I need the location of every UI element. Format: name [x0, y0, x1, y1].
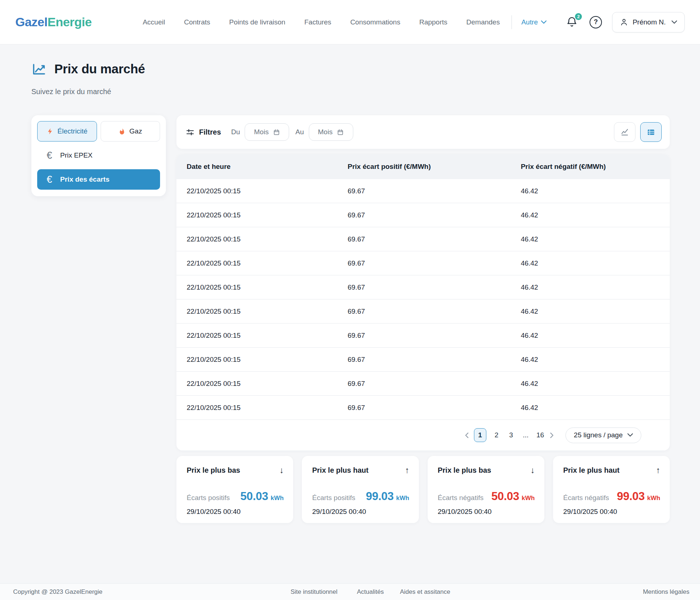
- pagination-page[interactable]: ...: [518, 429, 533, 442]
- notifications-button[interactable]: 2: [564, 15, 579, 30]
- line-chart-icon: [31, 61, 46, 76]
- cell-datetime: 22/10/2025 00:15: [176, 404, 347, 412]
- cell-datetime: 22/10/2025 00:15: [176, 356, 347, 364]
- column-header-date: Date et heure: [176, 163, 347, 171]
- nav-item[interactable]: Points de livraison: [229, 18, 285, 26]
- footer-link-mentions-legales[interactable]: Mentions légales: [643, 588, 689, 596]
- logo[interactable]: GazelEnergie: [15, 15, 92, 29]
- date-to-value: Mois: [318, 128, 332, 136]
- pagination-prev-button[interactable]: [463, 430, 471, 441]
- table-row: 22/10/2025 00:15 69.67 46.42: [176, 299, 670, 324]
- footer-link-aides[interactable]: Aides et assitance: [400, 588, 450, 596]
- nav-item[interactable]: Demandes: [466, 18, 500, 26]
- tab-electricite[interactable]: Électricité: [37, 121, 97, 142]
- stat-cards: Prix le plus bas ↓ Écarts positifs 50.03…: [176, 456, 670, 523]
- sidebar-item-prix-epex[interactable]: € Prix EPEX: [37, 145, 160, 166]
- column-header-negative: Prix écart négatif (€/MWh): [521, 163, 670, 171]
- date-from-input[interactable]: Mois: [245, 123, 289, 141]
- table-row: 22/10/2025 00:15 69.67 46.42: [176, 251, 670, 275]
- cell-negative-price: 46.42: [521, 307, 670, 316]
- main-content: Prix du marché Suivez le prix du marché …: [0, 44, 700, 523]
- cell-datetime: 22/10/2025 00:15: [176, 380, 347, 388]
- chart-view-button[interactable]: [614, 122, 635, 142]
- nav-item[interactable]: Factures: [304, 18, 331, 26]
- chevron-down-icon: [541, 20, 547, 24]
- pagination-page[interactable]: 16: [533, 429, 548, 442]
- cell-positive-price: 69.67: [347, 356, 521, 364]
- cell-datetime: 22/10/2025 00:15: [176, 235, 347, 243]
- header-actions: 2 ? Prénom N.: [564, 12, 685, 32]
- cell-negative-price: 46.42: [521, 211, 670, 219]
- question-mark-icon: ?: [594, 18, 598, 26]
- stat-card-label: Écarts négatifs: [438, 494, 484, 502]
- cell-datetime: 22/10/2025 00:15: [176, 211, 347, 219]
- user-name-label: Prénom N.: [633, 18, 666, 26]
- nav-more-dropdown[interactable]: Autre: [521, 18, 547, 26]
- table-body: 22/10/2025 00:15 69.67 46.42 22/10/2025 …: [176, 179, 670, 420]
- filter-sliders-icon: [186, 128, 194, 136]
- footer-link-site-institutionnel[interactable]: Site institutionnel: [291, 588, 338, 596]
- cell-datetime: 22/10/2025 00:15: [176, 259, 347, 267]
- stat-card-unit: kWh: [647, 495, 660, 502]
- table-view-button[interactable]: [640, 122, 662, 142]
- cell-datetime: 22/10/2025 00:15: [176, 307, 347, 316]
- stat-card-title: Prix le plus bas: [187, 466, 240, 475]
- stat-card-title: Prix le plus haut: [563, 466, 619, 475]
- cell-negative-price: 46.42: [521, 187, 670, 195]
- cell-negative-price: 46.42: [521, 235, 670, 243]
- cell-positive-price: 69.67: [347, 332, 521, 340]
- column-header-positive: Prix écart positif (€/MWh): [347, 163, 521, 171]
- stat-card-label: Écarts positifs: [187, 494, 230, 502]
- calendar-icon: [337, 129, 344, 136]
- copyright-text: Copyright @ 2023 GazelEnergie: [13, 588, 102, 596]
- tab-gaz[interactable]: Gaz: [101, 121, 160, 142]
- footer: Copyright @ 2023 GazelEnergie Site insti…: [0, 583, 700, 600]
- pagination-page[interactable]: 3: [504, 429, 518, 442]
- stat-card-value: 50.03: [491, 490, 519, 503]
- pagination-next-button[interactable]: [548, 430, 556, 441]
- sidebar-item-prix-des-ecarts[interactable]: € Prix des écarts: [37, 169, 160, 190]
- top-nav: GazelEnergie Accueil Contrats Points de …: [0, 0, 700, 44]
- flame-icon: [118, 128, 125, 135]
- cell-positive-price: 69.67: [347, 380, 521, 388]
- filters-bar: Filtres Du Mois Au Mois: [176, 115, 670, 149]
- stat-card: Prix le plus haut ↑ Écarts positifs 99.0…: [302, 456, 419, 523]
- chart-line-icon: [620, 128, 629, 137]
- stat-card: Prix le plus haut ↑ Écarts négatifs 99.0…: [553, 456, 670, 523]
- euro-icon: €: [47, 174, 52, 185]
- page-subtitle: Suivez le prix du marché: [31, 88, 670, 96]
- user-menu-button[interactable]: Prénom N.: [612, 12, 685, 32]
- help-button[interactable]: ?: [590, 16, 602, 28]
- arrow-icon: ↓: [280, 466, 284, 475]
- tab-label: Gaz: [129, 127, 142, 135]
- cell-datetime: 22/10/2025 00:15: [176, 187, 347, 195]
- cell-negative-price: 46.42: [521, 380, 670, 388]
- stat-card: Prix le plus bas ↓ Écarts positifs 50.03…: [176, 456, 293, 523]
- nav-item[interactable]: Accueil: [143, 18, 165, 26]
- nav-item[interactable]: Contrats: [184, 18, 210, 26]
- cell-negative-price: 46.42: [521, 332, 670, 340]
- table-row: 22/10/2025 00:15 69.67 46.42: [176, 203, 670, 227]
- table-row: 22/10/2025 00:15 69.67 46.42: [176, 227, 670, 251]
- table-row: 22/10/2025 00:15 69.67 46.42: [176, 179, 670, 203]
- date-to-input[interactable]: Mois: [309, 123, 353, 141]
- stat-card-label: Écarts négatifs: [563, 494, 609, 502]
- calendar-icon: [273, 129, 280, 136]
- stat-card-title: Prix le plus haut: [312, 466, 368, 475]
- footer-link-actualites[interactable]: Actualités: [357, 588, 384, 596]
- notification-badge: 2: [574, 12, 583, 21]
- main-nav: Accueil Contrats Points de livraison Fac…: [143, 18, 499, 26]
- stat-card-label: Écarts positifs: [312, 494, 355, 502]
- pagination-page[interactable]: 1: [474, 428, 486, 442]
- tab-label: Électricité: [58, 127, 88, 135]
- page-size-select[interactable]: 25 lignes / page: [565, 427, 641, 443]
- nav-item[interactable]: Rapports: [419, 18, 447, 26]
- page-size-label: 25 lignes / page: [574, 431, 623, 439]
- nav-item[interactable]: Consommations: [350, 18, 400, 26]
- filters-title: Filtres: [199, 128, 221, 136]
- cell-positive-price: 69.67: [347, 404, 521, 412]
- date-from-value: Mois: [254, 128, 269, 136]
- energy-type-tabs: Électricité Gaz: [37, 121, 160, 142]
- pagination-page[interactable]: 2: [489, 429, 504, 442]
- main-column: Filtres Du Mois Au Mois: [176, 115, 670, 523]
